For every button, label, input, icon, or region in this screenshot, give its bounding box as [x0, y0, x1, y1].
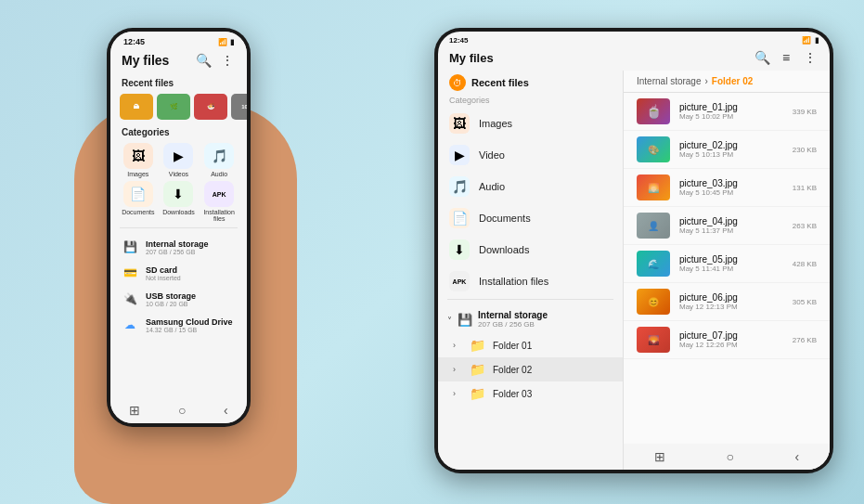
right-list-button[interactable]: ≡: [778, 49, 794, 66]
file-item-1[interactable]: 🍵 picture_01.jpg May 5 10:02 PM 339 KB: [624, 93, 830, 131]
cloud-info: Samsung Cloud Drive 14.32 GB / 15 GB: [146, 317, 236, 333]
left-app-bar: My files 🔍 ⋮: [110, 48, 247, 74]
file-thumb-3: 🌅: [637, 174, 670, 200]
folder-01[interactable]: › 📁 Folder 01: [438, 333, 623, 357]
right-battery-icon: ▮: [815, 36, 819, 45]
nav-apps-icon[interactable]: ⊞: [129, 403, 140, 418]
cat-audio[interactable]: 🎵 Audio: [200, 143, 238, 177]
right-more-button[interactable]: ⋮: [802, 49, 819, 66]
file-size-2: 230 KB: [793, 146, 817, 154]
list-apk-label: Installation files: [479, 276, 548, 287]
list-images-icon: 🖼: [449, 113, 470, 134]
file-name-5: picture_05.jpg: [679, 254, 783, 265]
recent-thumb-more[interactable]: 100+: [231, 94, 247, 120]
recent-section-header: ⏱ Recent files: [438, 71, 623, 93]
file-item-3[interactable]: 🌅 picture_03.jpg May 5 10:45 PM 131 KB: [624, 169, 830, 207]
storage-tree-header[interactable]: 💾 Internal storage 207 GB / 256 GB: [438, 305, 623, 333]
file-info-6: picture_06.jpg May 12 12:13 PM: [679, 292, 783, 311]
search-button[interactable]: 🔍: [195, 52, 212, 69]
cloud-detail: 14.32 GB / 15 GB: [146, 327, 236, 333]
folder-section: 💾 Internal storage 207 GB / 256 GB › 📁 F…: [438, 302, 623, 409]
nav-back-icon[interactable]: ‹: [224, 403, 228, 418]
file-name-4: picture_04.jpg: [679, 216, 783, 226]
wifi-icon: 📶: [218, 38, 227, 46]
audio-icon-box: 🎵: [204, 143, 234, 169]
file-info-5: picture_05.jpg May 5 11:41 PM: [679, 254, 783, 273]
categories-label: Categories: [110, 123, 247, 139]
right-wifi-icon: 📶: [802, 36, 811, 45]
right-nav-apps-icon[interactable]: ⊞: [654, 449, 665, 464]
cat-apk[interactable]: APK Installation files: [200, 181, 238, 222]
recent-thumb-1[interactable]: 🏔: [120, 94, 153, 120]
list-apk-icon: APK: [449, 271, 470, 291]
right-app-bar: My files 🔍 ≡ ⋮: [438, 46, 830, 71]
file-name-7: picture_07.jpg: [679, 330, 783, 341]
left-status-bar: 12:45 📶 ▮: [110, 32, 247, 48]
left-time: 12:45: [123, 37, 145, 46]
file-info-2: picture_02.jpg May 5 10:13 PM: [679, 140, 783, 159]
file-item-5[interactable]: 🌊 picture_05.jpg May 5 11:41 PM 428 KB: [624, 245, 830, 283]
downloads-icon-box: ⬇: [163, 181, 193, 207]
apk-label: Installation files: [200, 209, 238, 222]
recent-thumb-3[interactable]: 🍜: [194, 94, 227, 120]
path-arrow: ›: [705, 76, 708, 86]
file-thumb-4: 👤: [637, 213, 670, 239]
file-meta-6: May 12 12:13 PM: [679, 303, 783, 311]
apk-icon-box: APK: [204, 181, 234, 207]
recent-thumb-2[interactable]: 🌿: [157, 94, 190, 120]
storage-cloud[interactable]: ☁ Samsung Cloud Drive 14.32 GB / 15 GB: [110, 312, 247, 338]
file-thumb-6: 😊: [637, 289, 670, 315]
storage-internal[interactable]: 💾 Internal storage 207 GB / 256 GB: [110, 234, 247, 260]
more-button[interactable]: ⋮: [219, 52, 236, 69]
sd-card-info: SD card Not inserted: [146, 265, 236, 281]
file-item-2[interactable]: 🎨 picture_02.jpg May 5 10:13 PM 230 KB: [624, 131, 830, 169]
right-status-bar: 12:45 📶 ▮: [438, 32, 830, 46]
folder-02-chevron-icon: ›: [453, 365, 462, 374]
images-icon-box: 🖼: [123, 143, 153, 169]
cat-list-documents[interactable]: 📄 Documents: [438, 202, 623, 234]
storage-tree-icon: 💾: [458, 313, 472, 327]
nav-home-icon[interactable]: ○: [178, 403, 186, 418]
list-images-label: Images: [479, 118, 512, 129]
storage-sd[interactable]: 💳 SD card Not inserted: [110, 260, 247, 286]
cat-downloads[interactable]: ⬇ Downloads: [161, 181, 198, 222]
folder-02[interactable]: › 📁 Folder 02: [438, 357, 623, 381]
cat-list-downloads[interactable]: ⬇ Downloads: [438, 234, 623, 265]
file-item-6[interactable]: 😊 picture_06.jpg May 12 12:13 PM 305 KB: [624, 283, 830, 321]
folder-02-name: Folder 02: [493, 365, 532, 375]
sd-card-name: SD card: [146, 265, 236, 275]
folder-03-icon: 📁: [470, 386, 485, 401]
cat-list-video[interactable]: ▶ Video: [438, 139, 623, 171]
list-documents-icon: 📄: [449, 208, 470, 228]
divider-1: [120, 227, 238, 228]
cat-list-images[interactable]: 🖼 Images: [438, 108, 623, 139]
file-name-1: picture_01.jpg: [679, 102, 783, 112]
file-info-4: picture_04.jpg May 5 11:37 PM: [679, 216, 783, 235]
storage-usb[interactable]: 🔌 USB storage 10 GB / 20 GB: [110, 286, 247, 312]
right-nav-home-icon[interactable]: ○: [726, 449, 733, 464]
videos-icon-box: ▶: [163, 143, 193, 169]
right-search-button[interactable]: 🔍: [754, 49, 770, 66]
cat-list-audio[interactable]: 🎵 Audio: [438, 171, 623, 202]
path-base: Internal storage: [637, 76, 702, 86]
cat-list-apk[interactable]: APK Installation files: [438, 265, 623, 297]
cat-videos[interactable]: ▶ Videos: [161, 143, 198, 177]
recent-files-row: 🏔 🌿 🍜 100+: [110, 90, 247, 123]
list-video-label: Video: [479, 149, 505, 161]
file-item-4[interactable]: 👤 picture_04.jpg May 5 11:37 PM 263 KB: [624, 207, 830, 245]
right-nav-back-icon[interactable]: ‹: [794, 449, 799, 464]
sd-card-detail: Not inserted: [146, 275, 236, 281]
file-item-7[interactable]: 🌄 picture_07.jpg May 12 12:26 PM 276 KB: [624, 321, 830, 359]
file-info-3: picture_03.jpg May 5 10:45 PM: [679, 178, 783, 197]
cat-images[interactable]: 🖼 Images: [120, 143, 157, 177]
file-thumb-2: 🎨: [637, 136, 670, 162]
file-size-1: 339 KB: [793, 108, 817, 116]
split-layout: ⏱ Recent files Categories 🖼 Images ▶ Vid…: [438, 71, 830, 470]
file-info-7: picture_07.jpg May 12 12:26 PM: [679, 330, 783, 349]
file-list: 🍵 picture_01.jpg May 5 10:02 PM 339 KB 🎨: [624, 93, 830, 444]
left-app-bar-icons: 🔍 ⋮: [195, 52, 236, 69]
cat-documents[interactable]: 📄 Documents: [120, 181, 157, 222]
recent-label: Recent files: [110, 74, 247, 90]
folder-03[interactable]: › 📁 Folder 03: [438, 381, 623, 406]
left-panel-divider: [447, 299, 613, 300]
